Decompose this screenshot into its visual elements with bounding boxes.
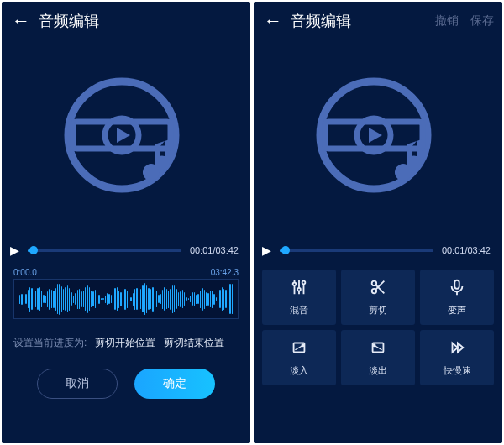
fadeout-icon (369, 338, 387, 359)
player-bar: ▶ 00:01/03:42 (2, 238, 250, 263)
svg-point-13 (302, 281, 306, 285)
back-icon[interactable]: ← (262, 8, 287, 34)
play-icon[interactable]: ▶ (10, 243, 19, 257)
tool-fadein[interactable]: 淡入 (262, 330, 336, 385)
set-progress-label: 设置当前进度为: (13, 336, 87, 350)
screen-edit-cut: ← 音频编辑 ▶ 00:01/03:42 0:00.0 03:42.3 (2, 2, 250, 443)
svg-marker-24 (453, 343, 458, 353)
audio-disc-icon (307, 68, 449, 211)
sliders-icon (290, 278, 308, 299)
set-end-option[interactable]: 剪切结束位置 (164, 336, 224, 350)
tool-label: 混音 (290, 304, 308, 317)
tool-mix[interactable]: 混音 (262, 270, 336, 325)
svg-point-9 (293, 283, 297, 286)
tool-label: 剪切 (369, 304, 387, 317)
svg-point-21 (302, 344, 303, 346)
tool-label: 快慢速 (444, 364, 471, 377)
tool-label: 淡入 (290, 364, 308, 377)
tools-grid: 混音 剪切 (254, 263, 502, 395)
undo-button[interactable]: 撤销 (435, 13, 459, 29)
waveform-start-time: 0:00.0 (13, 268, 37, 277)
confirm-button[interactable]: 确定 (134, 369, 215, 399)
set-progress-row: 设置当前进度为: 剪切开始位置 剪切结束位置 (2, 327, 250, 353)
tool-fadeout[interactable]: 淡出 (341, 330, 415, 385)
tool-label: 变声 (448, 304, 466, 317)
progress-thumb[interactable] (29, 246, 38, 254)
audio-disc-icon (55, 68, 197, 211)
fadein-icon (290, 338, 308, 359)
tool-label: 淡出 (369, 364, 387, 377)
album-art (254, 40, 502, 238)
timecode: 00:01/03:42 (190, 245, 239, 255)
tool-cut[interactable]: 剪切 (341, 270, 415, 325)
cancel-button[interactable]: 取消 (37, 369, 118, 399)
speed-icon (448, 338, 466, 359)
save-button[interactable]: 保存 (470, 13, 494, 29)
player-bar: ▶ 00:01/03:42 (254, 238, 502, 263)
button-row: 取消 确定 (2, 353, 250, 416)
tool-speed[interactable]: 快慢速 (420, 330, 494, 385)
progress-thumb[interactable] (281, 246, 290, 254)
mic-icon (448, 278, 466, 299)
timecode: 00:01/03:42 (442, 245, 491, 255)
progress-track[interactable] (28, 249, 181, 252)
page-title: 音频编辑 (291, 11, 423, 31)
header: ← 音频编辑 (2, 2, 250, 40)
waveform[interactable] (13, 279, 239, 319)
svg-line-16 (375, 285, 384, 293)
svg-point-15 (372, 289, 377, 294)
waveform-times: 0:00.0 03:42.3 (13, 268, 239, 277)
waveform-end-time: 03:42.3 (211, 268, 239, 277)
set-start-option[interactable]: 剪切开始位置 (95, 336, 155, 350)
page-title: 音频编辑 (39, 11, 242, 31)
header: ← 音频编辑 撤销 保存 (254, 2, 502, 40)
scissors-icon (369, 278, 387, 299)
screen-edit-tools: ← 音频编辑 撤销 保存 ▶ 00:01/03:42 (254, 2, 502, 443)
back-icon[interactable]: ← (10, 8, 35, 34)
svg-point-14 (372, 281, 377, 286)
svg-point-23 (373, 344, 375, 346)
svg-rect-18 (454, 280, 459, 289)
progress-track[interactable] (280, 249, 433, 252)
waveform-panel: 0:00.0 03:42.3 (2, 263, 250, 327)
svg-point-11 (297, 288, 301, 291)
album-art (2, 40, 250, 238)
tool-voice[interactable]: 变声 (420, 270, 494, 325)
svg-line-17 (375, 281, 384, 290)
play-icon[interactable]: ▶ (262, 243, 271, 257)
